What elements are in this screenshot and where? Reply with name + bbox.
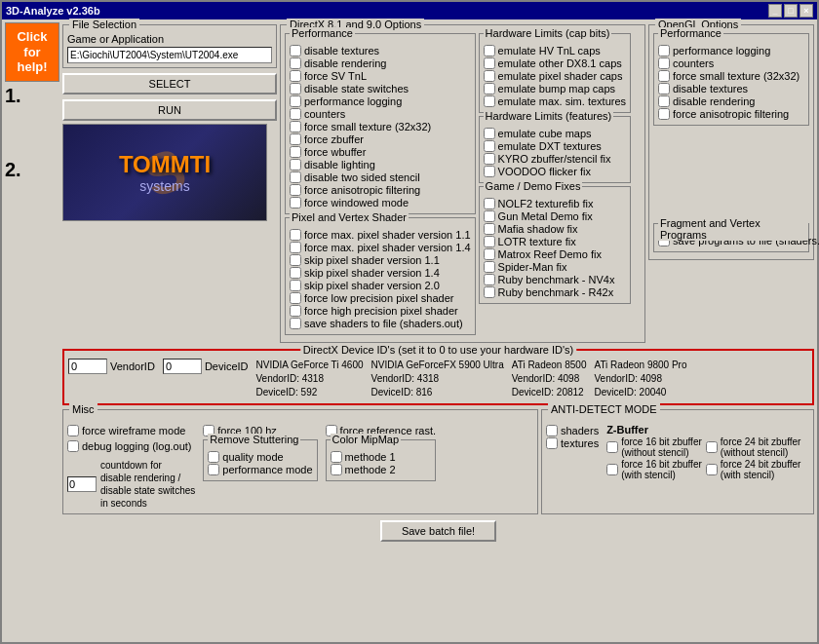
perf-check-0[interactable] [290,45,301,57]
pv-opt-4: skip pixel shader version 2.0 [290,280,471,291]
cm-check-1[interactable] [331,464,342,475]
gd-check-0[interactable] [484,198,495,209]
hwc-check-2[interactable] [484,70,495,82]
anti-detect-label: ANTI-DETECT MODE [548,403,660,415]
run-button[interactable]: RUN [62,99,277,121]
zbuffer-title: Z-Buffer [606,424,800,436]
left-panel: Clickforhelp! 1. 2. [5,22,59,639]
ogl-check-0[interactable] [658,45,670,57]
perf-check-5[interactable] [290,108,301,120]
save-batch-button[interactable]: Save batch file! [380,520,496,542]
perf-check-1[interactable] [290,57,301,69]
hwc-check-0[interactable] [484,45,495,57]
performance-label: Performance [290,27,355,39]
gd-check-2[interactable] [484,223,495,235]
ogl-opt-5: force anisotropic filtering [658,108,804,120]
hwc-opt-2: emulate pixel shader caps [484,70,626,82]
ogl-check-1[interactable] [658,57,670,69]
pv-opt-6: force high precision pixel shader [290,305,471,317]
card-1: NVIDIA GeForceFX 5900 Ultra VendorID: 43… [371,359,504,399]
card-0-name: NVIDIA GeForce Ti 4600 [256,359,364,372]
ad-shaders: shaders [546,425,599,436]
gd-check-6[interactable] [484,274,495,285]
vendor-input-group: VendorID [68,359,155,374]
perf-check-4[interactable] [290,95,301,107]
hwc-opt-3: emulate bump map caps [484,83,626,95]
hwf-check-3[interactable] [484,166,495,177]
color-mipmap-label: Color MipMap [331,434,401,445]
gd-check-4[interactable] [484,248,495,260]
cm-check-0[interactable] [331,451,342,463]
pv-check-7[interactable] [290,318,301,329]
perf-check-3[interactable] [290,83,301,95]
click-help-button[interactable]: Clickforhelp! [5,22,59,82]
ogl-check-2[interactable] [658,70,670,82]
perf-check-10[interactable] [290,171,301,183]
ad-textures-check[interactable] [546,437,558,449]
ogl-check-3[interactable] [658,83,670,95]
pv-check-1[interactable] [290,242,301,253]
hw-feat-label: Hardware Limits (features) [484,110,614,122]
hwf-check-0[interactable] [484,128,495,139]
rs-check-0[interactable] [208,451,219,463]
hwc-check-1[interactable] [484,57,495,69]
ogl-opt-0: performance logging [658,45,804,57]
perf-check-12[interactable] [290,197,301,208]
perf-check-7[interactable] [290,133,301,145]
hwf-check-1[interactable] [484,140,495,152]
zbuf-check-1[interactable] [606,464,618,475]
gd-check-5[interactable] [484,261,495,273]
perf-opt-2: force SV TnL [290,70,471,82]
perf-check-9[interactable] [290,159,301,170]
close-button[interactable]: × [800,4,813,18]
perf-check-2[interactable] [290,70,301,82]
gd-check-7[interactable] [484,286,495,298]
hwf-check-2[interactable] [484,153,495,165]
hwc-check-4[interactable] [484,95,495,107]
pv-check-0[interactable] [290,229,301,241]
countdown-input[interactable] [67,476,97,492]
ad-shaders-check[interactable] [546,425,558,436]
misc-check-0[interactable] [67,425,79,436]
game-demo-group: Game / Demo Fixes NOLF2 texturefib fix G… [479,186,631,304]
logo-area: S TOMMTI systems [62,124,267,221]
gd-opt-6: Ruby benchmark - NV4x [484,274,626,285]
opengl-group: OpenGL Options Performance performance l… [648,24,814,260]
perf-opt-6: force small texture (32x32) [290,121,471,133]
color-mipmap-group: Color MipMap methode 1 methode 2 [326,439,436,481]
select-button[interactable]: SELECT [62,73,277,95]
max-button[interactable]: □ [784,4,798,18]
pv-opt-2: skip pixel shader version 1.1 [290,254,471,266]
zbuf-check-0[interactable] [606,441,618,453]
perf-check-6[interactable] [290,121,301,133]
ogl-check-5[interactable] [658,108,670,120]
rs-check-1[interactable] [208,464,219,475]
vendor-id-input[interactable] [68,359,107,374]
opengl-panel: OpenGL Options Performance performance l… [648,22,814,345]
device-id-input[interactable] [163,359,202,374]
countdown-label: countdown fordisable rendering /disable … [100,459,195,510]
device-input-group: DeviceID [163,359,249,374]
zbuf-opt-0: force 16 bit zbuffer(without stencil) [606,436,702,458]
pv-check-5[interactable] [290,292,301,304]
pv-check-3[interactable] [290,267,301,279]
pv-check-6[interactable] [290,305,301,317]
zbuf-check-3[interactable] [706,464,718,475]
perf-check-8[interactable] [290,146,301,158]
misc-check-1[interactable] [67,440,79,452]
pv-check-4[interactable] [290,280,301,291]
ogl-check-4[interactable] [658,95,670,107]
zbuf-opt-1: force 16 bit zbuffer(with stencil) [606,459,702,480]
gd-check-1[interactable] [484,210,495,222]
step1-label: 1. [5,85,21,107]
hwc-check-3[interactable] [484,83,495,95]
zbuf-check-2[interactable] [706,441,718,453]
ogl-perf-group: Performance performance logging counters… [653,33,809,126]
top-row: File Selection Game or Application E:\Gi… [62,22,814,345]
gd-check-3[interactable] [484,236,495,247]
perf-check-11[interactable] [290,184,301,196]
title-bar: 3D-Analyze v2.36b _ □ × [2,2,817,19]
min-button[interactable]: _ [768,4,782,18]
ad-textures-label: textures [561,437,599,449]
pv-check-2[interactable] [290,254,301,266]
